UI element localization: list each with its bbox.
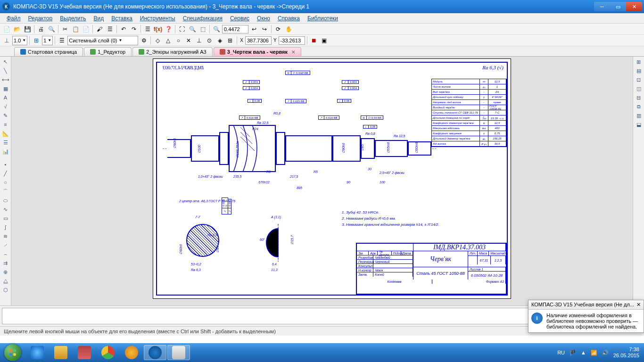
tab-epyury[interactable]: 2_Эпюры нагружений А3 [132,47,213,56]
new-button[interactable]: 📄 [2,25,11,34]
tray-lang[interactable]: RU [557,350,565,355]
snap-int-icon[interactable]: ✕ [184,36,193,45]
refresh-icon[interactable]: ⟳ [273,25,283,34]
tool-rect-icon[interactable]: ▭ [1,214,10,222]
drawing-canvas[interactable]: ІМД.ВКР14.37.003 Ra 6,3 (√) ⊚∅ 0,04Ø БВ … [11,57,633,305]
tool-spline-icon[interactable]: ∿ [1,205,10,214]
cut-button[interactable]: ✂ [60,25,70,34]
redo-button[interactable]: ↷ [129,25,139,34]
menu-view[interactable]: Вид [90,14,108,23]
menu-file[interactable]: Файл [3,14,25,23]
minimize-button[interactable]: ─ [594,2,610,11]
taskbar-explorer[interactable] [50,345,72,360]
tool-rep-icon[interactable]: 📊 [1,147,10,156]
open-button[interactable]: 📂 [12,25,22,34]
coord-x-input[interactable] [245,36,272,45]
snap-perp-icon[interactable]: ⊥ [194,36,204,45]
tool-param-icon[interactable]: ≡ [1,120,10,129]
tool-seg-icon[interactable]: ╱ [1,169,10,178]
snap-grid-icon[interactable]: ⊞ [225,36,235,45]
snap-end-icon[interactable]: ◇ [153,36,162,45]
stop-icon[interactable]: ⏹ [309,36,319,45]
rtool-3-icon[interactable]: ⊡ [634,75,644,84]
copy-button[interactable]: 📋 [71,25,80,34]
zoom-scale-icon[interactable]: 🔍 [212,25,221,34]
tray-action-icon[interactable]: ▲ [581,350,586,355]
tray-clock[interactable]: 7:38 26.05.2015 [613,346,639,359]
tool-axis-icon[interactable]: ⊕ [1,268,10,276]
taskbar-paint[interactable] [167,345,190,360]
tool-edit-icon[interactable]: ✎ [1,111,10,120]
menu-insert[interactable]: Вставка [107,14,136,23]
menu-service[interactable]: Сервис [226,14,253,23]
tab-close-icon[interactable]: ✕ [291,49,295,55]
tool-offset-icon[interactable]: ⇉ [1,259,10,267]
brush-icon[interactable]: 🖌 [95,25,104,34]
pause-icon[interactable]: ▣ [320,36,329,45]
tool-bezier-icon[interactable]: ∫ [1,223,10,231]
zoom-next-icon[interactable]: ↪ [260,25,269,34]
pan-icon[interactable]: ✋ [284,25,293,34]
start-button[interactable] [0,343,25,362]
menu-editor[interactable]: Редактор [25,14,57,23]
scale-combo[interactable]: 1.0▼ [12,36,27,45]
rtool-8-icon[interactable]: ⬓ [634,120,644,129]
tray-flag-icon[interactable]: 🏴 [570,350,576,356]
taskbar-kompas[interactable] [144,345,166,360]
layer-icon[interactable]: ☰ [57,36,66,45]
menu-help[interactable]: Справка [274,14,304,23]
step-icon[interactable]: ⊞ [32,36,41,45]
menu-window[interactable]: Окно [253,14,274,23]
tool-text-icon[interactable]: A [1,93,10,102]
menu-libs[interactable]: Библиотеки [304,14,342,23]
tool-line-icon[interactable]: ╲ [1,66,10,75]
taskbar-ie[interactable] [26,345,49,360]
snap-mid-icon[interactable]: △ [163,36,173,45]
save-button[interactable]: 💾 [23,25,32,34]
tray-network-icon[interactable]: 📶 [591,350,597,356]
notif-close-icon[interactable]: ✕ [636,302,641,308]
zoom-window-icon[interactable]: ⬚ [198,25,207,34]
tool-chamfer-icon[interactable]: ⟋ [1,241,10,249]
layer-manage-icon[interactable]: ⚙ [139,36,149,45]
rtool-1-icon[interactable]: ⊞ [634,58,644,66]
rtool-5-icon[interactable]: ⊟ [634,93,644,102]
taskbar-zona[interactable] [120,345,143,360]
rtool-2-icon[interactable]: ▤ [634,66,644,75]
tool-meas-icon[interactable]: 📐 [1,129,10,138]
tool-arc-icon[interactable]: ⌒ [1,187,10,196]
vars-icon[interactable]: f(x) [153,25,163,34]
tool-cont-icon[interactable]: ⬡ [1,286,10,294]
zoom-fit-icon[interactable]: ⛶ [177,25,187,34]
tool-select-icon[interactable]: ↖ [1,58,10,66]
taskbar-totalcmd[interactable] [73,345,96,360]
tool-point-icon[interactable]: • [1,160,10,169]
help-cursor-icon[interactable]: ❓ [164,25,173,34]
taskbar-chrome[interactable] [97,345,119,360]
tool-rough-icon[interactable]: √ [1,102,10,111]
rtool-4-icon[interactable]: ◫ [634,84,644,93]
preview-button[interactable]: 🔍 [47,25,56,34]
tool-circle-icon[interactable]: ○ [1,178,10,187]
rtool-6-icon[interactable]: ⧉ [634,102,644,111]
tool-mirror-icon[interactable]: ⧋ [1,277,10,285]
coord-y-input[interactable] [279,36,305,45]
tool-hatch-icon[interactable]: ▦ [1,84,10,93]
tool-fillet-icon[interactable]: ⌢ [1,250,10,258]
layer-combo[interactable]: Системный слой (0)▼ [67,36,138,45]
undo-button[interactable]: ↶ [119,25,128,34]
paste-button[interactable]: 📄 [81,25,91,34]
tool-ellipse-icon[interactable]: ⬭ [1,196,10,205]
snap-center-icon[interactable]: ○ [173,36,183,45]
manager-icon[interactable]: ☰ [143,25,152,34]
step-combo[interactable]: 1▼ [42,36,53,45]
menu-select[interactable]: Выделить [56,14,90,23]
zoom-in-icon[interactable]: 🔍 [188,25,197,34]
zoom-input[interactable] [222,25,248,33]
print-button[interactable]: 🖨 [36,25,46,34]
tray-volume-icon[interactable]: 🔊 [602,350,609,356]
rtool-7-icon[interactable]: ▥ [634,111,644,120]
tab-reductor[interactable]: 1_Редуктор [84,47,132,56]
snap-tan-icon[interactable]: ⊙ [205,36,214,45]
maximize-button[interactable]: ▭ [610,2,626,11]
